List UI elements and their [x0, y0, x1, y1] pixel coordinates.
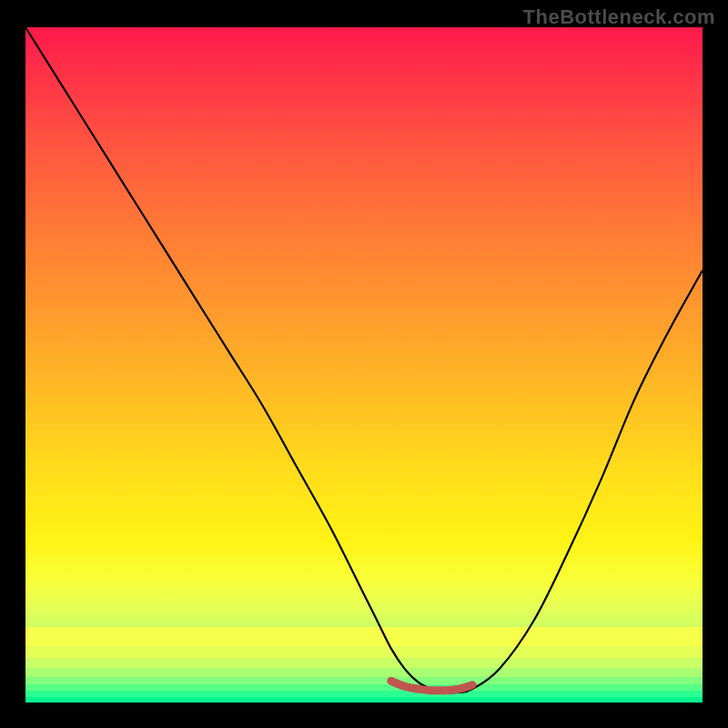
curve-layer: [25, 27, 703, 703]
bottleneck-curve: [25, 27, 703, 693]
chart-frame: TheBottleneck.com: [0, 0, 728, 728]
optimal-flat-marker: [391, 681, 472, 691]
plot-area: [25, 27, 703, 703]
watermark-text: TheBottleneck.com: [523, 5, 715, 29]
